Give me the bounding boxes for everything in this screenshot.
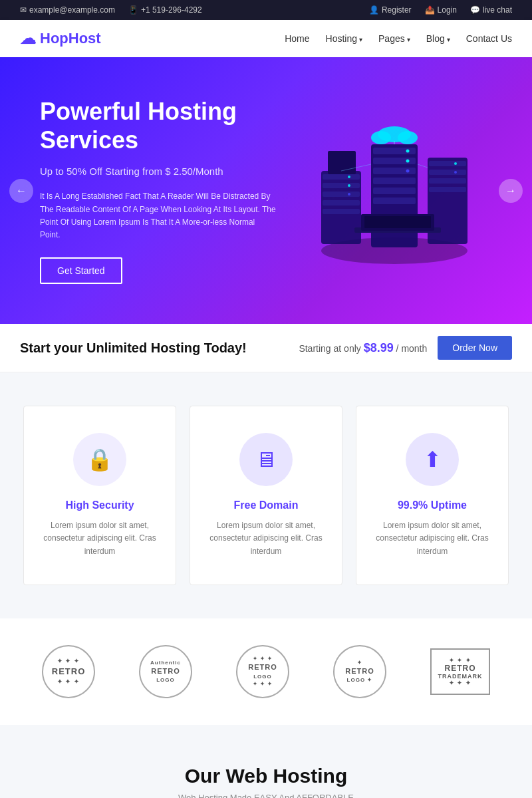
svg-point-9 bbox=[348, 193, 350, 196]
uptime-icon-circle: ⬆ bbox=[406, 433, 459, 486]
brand-4: ✦ RETRO LOGO ✦ bbox=[333, 645, 386, 698]
logo[interactable]: ☁ HopHost bbox=[20, 29, 101, 48]
navbar: ☁ HopHost Home Hosting Pages Blog Contac… bbox=[0, 20, 532, 57]
feature-desc-security: Lorem ipsum dolor sit amet, consectetur … bbox=[40, 519, 160, 558]
top-bar-left: ✉ example@example.com 📱 +1 519-296-4292 bbox=[20, 5, 202, 15]
brand-1: ✦ ✦ ✦ RETRO ✦ ✦ ✦ bbox=[42, 645, 95, 698]
svg-rect-15 bbox=[373, 178, 416, 184]
svg-rect-4 bbox=[323, 192, 360, 197]
svg-point-26 bbox=[454, 162, 457, 165]
svg-rect-1 bbox=[321, 171, 361, 244]
server-illustration bbox=[301, 104, 487, 277]
promo-text: Start your Unlimited Hosting Today! bbox=[20, 340, 247, 356]
login-text: Login bbox=[438, 5, 457, 15]
feature-title-domain: Free Domain bbox=[206, 499, 326, 511]
hero-title: Powerful Hosting Services bbox=[40, 97, 276, 154]
features-section: 🔒 High Security Lorem ipsum dolor sit am… bbox=[0, 372, 532, 618]
svg-rect-5 bbox=[323, 200, 360, 205]
svg-point-32 bbox=[371, 131, 391, 144]
svg-rect-25 bbox=[429, 187, 466, 192]
phone-link[interactable]: 📱 +1 519-296-4292 bbox=[128, 5, 202, 15]
svg-rect-17 bbox=[373, 198, 416, 204]
svg-line-35 bbox=[418, 164, 428, 168]
svg-rect-3 bbox=[323, 183, 360, 188]
pages-chevron bbox=[407, 33, 410, 44]
feature-desc-uptime: Lorem ipsum dolor sit amet, consectetur … bbox=[372, 519, 492, 558]
hosting-subtitle: Web Hosting Made EASY And AFFORDABLE bbox=[20, 793, 512, 798]
login-icon: 📤 bbox=[425, 5, 435, 15]
hero-section: ← Powerful Hosting Services Up to 50% Of… bbox=[0, 57, 532, 324]
domain-icon: 🖥 bbox=[255, 448, 277, 472]
blog-chevron bbox=[447, 33, 450, 44]
promo-right: Starting at only $8.99 / month Order Now bbox=[299, 336, 512, 360]
get-started-button[interactable]: Get Started bbox=[40, 257, 122, 284]
nav-contact[interactable]: Contact Us bbox=[466, 33, 512, 44]
feature-title-uptime: 99.9% Uptime bbox=[372, 499, 492, 511]
livechat-text: live chat bbox=[483, 5, 512, 15]
promo-prefix: Starting at only $8.99 / month bbox=[299, 341, 427, 355]
register-link[interactable]: 👤 Register bbox=[369, 5, 412, 15]
nav-blog[interactable]: Blog bbox=[426, 33, 450, 44]
svg-point-27 bbox=[454, 171, 457, 174]
hero-subtitle: Up to 50% Off Starting from $ 2.50/Month bbox=[40, 164, 276, 180]
feature-title-security: High Security bbox=[40, 499, 160, 511]
hero-content: Powerful Hosting Services Up to 50% Off … bbox=[40, 97, 276, 284]
logo-icon: ☁ bbox=[20, 29, 36, 48]
phone-icon: 📱 bbox=[128, 5, 138, 15]
user-icon: 👤 bbox=[369, 5, 379, 15]
svg-rect-23 bbox=[429, 170, 466, 175]
order-now-button[interactable]: Order Now bbox=[438, 336, 512, 360]
phone-text: +1 519-296-4292 bbox=[141, 5, 202, 15]
email-text: example@example.com bbox=[29, 5, 115, 15]
svg-rect-16 bbox=[373, 188, 416, 194]
security-icon-circle: 🔒 bbox=[73, 433, 126, 486]
svg-rect-24 bbox=[429, 178, 466, 184]
svg-rect-30 bbox=[364, 216, 431, 228]
email-link[interactable]: ✉ example@example.com bbox=[20, 5, 115, 15]
email-icon: ✉ bbox=[20, 5, 27, 15]
promo-bar: Start your Unlimited Hosting Today! Star… bbox=[0, 324, 532, 372]
svg-point-18 bbox=[406, 149, 409, 152]
hosting-chevron bbox=[359, 33, 362, 44]
hosting-title: Our Web Hosting bbox=[20, 765, 512, 787]
svg-rect-22 bbox=[429, 161, 466, 166]
feature-card-domain: 🖥 Free Domain Lorem ipsum dolor sit amet… bbox=[190, 406, 342, 585]
nav-links: Home Hosting Pages Blog Contact Us bbox=[285, 33, 512, 44]
feature-card-uptime: ⬆ 99.9% Uptime Lorem ipsum dolor sit ame… bbox=[356, 406, 509, 585]
register-text: Register bbox=[382, 5, 412, 15]
lock-icon: 🔒 bbox=[86, 447, 113, 472]
chat-icon: 💬 bbox=[470, 5, 480, 15]
nav-pages[interactable]: Pages bbox=[378, 33, 410, 44]
svg-point-8 bbox=[348, 184, 350, 187]
domain-icon-circle: 🖥 bbox=[239, 433, 293, 486]
brand-5: ✦ ✦ ✦ RETRO TRADEMARK ✦ ✦ ✦ bbox=[430, 648, 490, 695]
svg-rect-2 bbox=[323, 174, 360, 180]
login-link[interactable]: 📤 Login bbox=[425, 5, 457, 15]
feature-card-security: 🔒 High Security Lorem ipsum dolor sit am… bbox=[23, 406, 176, 585]
livechat-link[interactable]: 💬 live chat bbox=[470, 5, 512, 15]
top-bar: ✉ example@example.com 📱 +1 519-296-4292 … bbox=[0, 0, 532, 20]
svg-rect-6 bbox=[323, 209, 360, 214]
uptime-icon: ⬆ bbox=[424, 447, 442, 472]
hero-image bbox=[276, 104, 512, 277]
top-bar-right: 👤 Register 📤 Login 💬 live chat bbox=[369, 5, 512, 15]
svg-point-33 bbox=[398, 131, 418, 144]
hero-prev-button[interactable]: ← bbox=[9, 179, 33, 203]
hero-description: It Is A Long Established Fact That A Rea… bbox=[40, 190, 276, 241]
brands-section: ✦ ✦ ✦ RETRO ✦ ✦ ✦ Authentic RETRO LOGO ✦… bbox=[0, 618, 532, 725]
brand-3: ✦ ✦ ✦ RETRO LOGO ✦ ✦ ✦ bbox=[236, 645, 289, 698]
nav-home[interactable]: Home bbox=[285, 33, 309, 44]
logo-text: HopHost bbox=[40, 30, 101, 47]
svg-point-7 bbox=[348, 176, 350, 178]
hero-next-button[interactable]: → bbox=[499, 179, 523, 203]
brand-2: Authentic RETRO LOGO bbox=[139, 645, 192, 698]
svg-point-19 bbox=[406, 159, 409, 162]
promo-price: $8.99 bbox=[364, 341, 394, 354]
hosting-section: Our Web Hosting Web Hosting Made EASY An… bbox=[0, 725, 532, 798]
svg-point-20 bbox=[406, 169, 409, 172]
nav-hosting[interactable]: Hosting bbox=[326, 33, 362, 44]
features-grid: 🔒 High Security Lorem ipsum dolor sit am… bbox=[20, 406, 512, 585]
feature-desc-domain: Lorem ipsum dolor sit amet, consectetur … bbox=[206, 519, 326, 558]
